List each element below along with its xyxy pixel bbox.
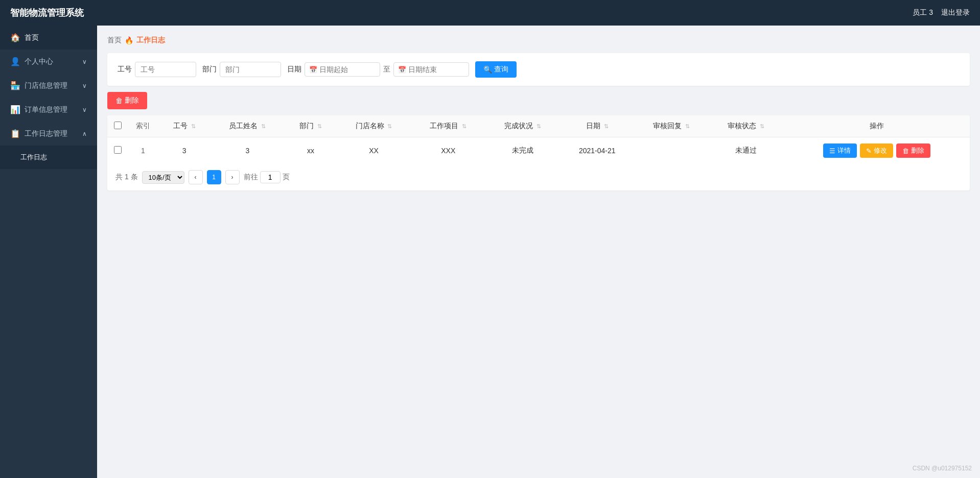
row-review-status: 未通过 bbox=[709, 137, 783, 164]
page-size-select[interactable]: 10条/页20条/页50条/页 bbox=[142, 171, 184, 184]
sidebar-item-home[interactable]: 🏠 首页 bbox=[0, 26, 97, 50]
action-bar: 🗑 删除 bbox=[107, 92, 970, 109]
sidebar-subitem-worklog-detail[interactable]: 工作日志 bbox=[0, 146, 97, 169]
chart-icon: 📊 bbox=[10, 105, 20, 114]
sidebar-label-profile: 个人中心 bbox=[25, 57, 78, 66]
row-index: 1 bbox=[128, 137, 158, 164]
sidebar-label-home: 首页 bbox=[25, 33, 87, 42]
dept-label: 部门 bbox=[202, 65, 217, 74]
row-ops-cell: ☰ 详情 ✎ 修改 🗑 删除 bbox=[783, 137, 970, 164]
row-project: XXX bbox=[411, 137, 485, 164]
page-jump: 前往 页 bbox=[244, 171, 290, 183]
data-table-container: 索引 工号 ⇅ 员工姓名 ⇅ 部门 ⇅ bbox=[107, 115, 970, 190]
data-table: 索引 工号 ⇅ 员工姓名 ⇅ 部门 ⇅ bbox=[107, 115, 970, 164]
search-icon: 🔍 bbox=[483, 65, 492, 74]
row-checkbox[interactable] bbox=[114, 146, 122, 154]
chevron-down-icon-order: ∨ bbox=[82, 106, 87, 113]
sidebar: 🏠 首页 👤 个人中心 ∨ 🏪 门店信息管理 ∨ 📊 订单信息管理 ∨ 📋 工作… bbox=[0, 26, 97, 478]
clipboard-icon: 📋 bbox=[10, 129, 20, 138]
th-store: 门店名称 ⇅ bbox=[337, 115, 411, 137]
th-status: 完成状况 ⇅ bbox=[485, 115, 560, 137]
date-to-label: 至 bbox=[383, 65, 390, 74]
sort-icon-dept[interactable]: ⇅ bbox=[317, 123, 322, 129]
row-date: 2021-04-21 bbox=[560, 137, 634, 164]
chevron-down-icon: ∨ bbox=[82, 58, 87, 65]
sidebar-sublabel-worklog: 工作日志 bbox=[20, 153, 87, 162]
date-start-wrapper: 📅 bbox=[305, 62, 380, 77]
prev-page-button[interactable]: ‹ bbox=[189, 170, 203, 184]
chevron-down-icon-store: ∨ bbox=[82, 82, 87, 89]
layout: 🏠 首页 👤 个人中心 ∨ 🏪 门店信息管理 ∨ 📊 订单信息管理 ∨ 📋 工作… bbox=[0, 26, 980, 478]
table-header-row: 索引 工号 ⇅ 员工姓名 ⇅ 部门 ⇅ bbox=[107, 115, 970, 137]
th-emp-id: 工号 ⇅ bbox=[158, 115, 210, 137]
next-page-button[interactable]: › bbox=[225, 170, 240, 184]
user-icon: 👤 bbox=[10, 57, 20, 66]
page-jump-input[interactable] bbox=[260, 171, 281, 183]
watermark: CSDN @u012975152 bbox=[913, 465, 972, 472]
breadcrumb-current: 工作日志 bbox=[136, 36, 165, 45]
employee-id-input[interactable] bbox=[135, 62, 196, 77]
trash-icon: 🗑 bbox=[115, 97, 123, 105]
edit-button[interactable]: ✎ 修改 bbox=[860, 144, 893, 158]
select-all-checkbox[interactable] bbox=[114, 122, 122, 129]
row-delete-button[interactable]: 🗑 删除 bbox=[896, 144, 930, 158]
sort-icon-date[interactable]: ⇅ bbox=[604, 123, 609, 129]
detail-button[interactable]: ☰ 详情 bbox=[823, 144, 857, 158]
sidebar-sub-worklog: 工作日志 bbox=[0, 146, 97, 169]
trash-row-icon: 🗑 bbox=[902, 147, 909, 155]
breadcrumb: 首页 🔥 工作日志 bbox=[107, 36, 970, 45]
sort-icon-store[interactable]: ⇅ bbox=[387, 123, 392, 129]
row-emp-name: 3 bbox=[210, 137, 285, 164]
row-review bbox=[634, 137, 709, 164]
page-1-button[interactable]: 1 bbox=[207, 170, 221, 184]
date-end-input[interactable] bbox=[408, 65, 464, 74]
sidebar-item-profile[interactable]: 👤 个人中心 ∨ bbox=[0, 50, 97, 74]
sort-icon-status[interactable]: ⇅ bbox=[536, 123, 541, 129]
dept-input[interactable] bbox=[220, 62, 281, 77]
sidebar-label-store: 门店信息管理 bbox=[25, 81, 78, 90]
breadcrumb-home[interactable]: 首页 bbox=[107, 36, 122, 45]
th-index: 索引 bbox=[128, 115, 158, 137]
pagination: 共 1 条 10条/页20条/页50条/页 ‹ 1 › 前往 页 bbox=[107, 164, 970, 190]
search-bar: 工号 部门 日期 📅 至 📅 bbox=[107, 53, 970, 86]
row-checkbox-cell bbox=[107, 137, 128, 164]
chevron-up-icon-worklog: ∧ bbox=[82, 130, 87, 137]
th-emp-name: 员工姓名 ⇅ bbox=[210, 115, 285, 137]
calendar-start-icon: 📅 bbox=[309, 66, 317, 74]
sort-icon-empid[interactable]: ⇅ bbox=[191, 123, 196, 129]
sort-icon-project[interactable]: ⇅ bbox=[462, 123, 466, 129]
employee-id-label: 工号 bbox=[118, 65, 132, 74]
employee-id-field: 工号 bbox=[118, 62, 196, 77]
store-icon: 🏪 bbox=[10, 81, 20, 90]
row-dept: xx bbox=[285, 137, 336, 164]
table-row: 1 3 3 xx XX XXX 未完成 2021-04-21 未通过 ☰ 详情 … bbox=[107, 137, 970, 164]
row-status: 未完成 bbox=[485, 137, 560, 164]
row-store: XX bbox=[337, 137, 411, 164]
th-review: 审核回复 ⇅ bbox=[634, 115, 709, 137]
date-start-input[interactable] bbox=[319, 65, 376, 74]
date-label: 日期 bbox=[287, 65, 301, 74]
header-user: 员工 3 bbox=[913, 8, 933, 17]
sidebar-item-store[interactable]: 🏪 门店信息管理 ∨ bbox=[0, 74, 97, 98]
sort-icon-empname[interactable]: ⇅ bbox=[261, 123, 266, 129]
sort-icon-reviewstatus[interactable]: ⇅ bbox=[760, 123, 764, 129]
sort-icon-review[interactable]: ⇅ bbox=[685, 123, 690, 129]
pagination-total-label: 共 1 条 bbox=[115, 173, 138, 182]
th-review-status: 审核状态 ⇅ bbox=[709, 115, 783, 137]
sidebar-item-worklog[interactable]: 📋 工作日志管理 ∧ bbox=[0, 122, 97, 146]
detail-icon: ☰ bbox=[829, 147, 835, 155]
date-end-wrapper: 📅 bbox=[393, 62, 469, 77]
sidebar-item-order[interactable]: 📊 订单信息管理 ∨ bbox=[0, 98, 97, 122]
date-field: 日期 📅 至 📅 bbox=[287, 62, 469, 77]
sidebar-label-worklog: 工作日志管理 bbox=[25, 129, 78, 138]
th-checkbox bbox=[107, 115, 128, 137]
th-ops: 操作 bbox=[783, 115, 970, 137]
logout-button[interactable]: 退出登录 bbox=[941, 8, 970, 17]
batch-delete-button[interactable]: 🗑 删除 bbox=[107, 92, 147, 109]
header-right: 员工 3 退出登录 bbox=[913, 8, 970, 17]
calendar-end-icon: 📅 bbox=[398, 66, 406, 74]
delete-btn-label: 删除 bbox=[125, 96, 139, 105]
row-emp-id: 3 bbox=[158, 137, 210, 164]
search-button[interactable]: 🔍 查询 bbox=[475, 61, 517, 78]
th-dept: 部门 ⇅ bbox=[285, 115, 336, 137]
